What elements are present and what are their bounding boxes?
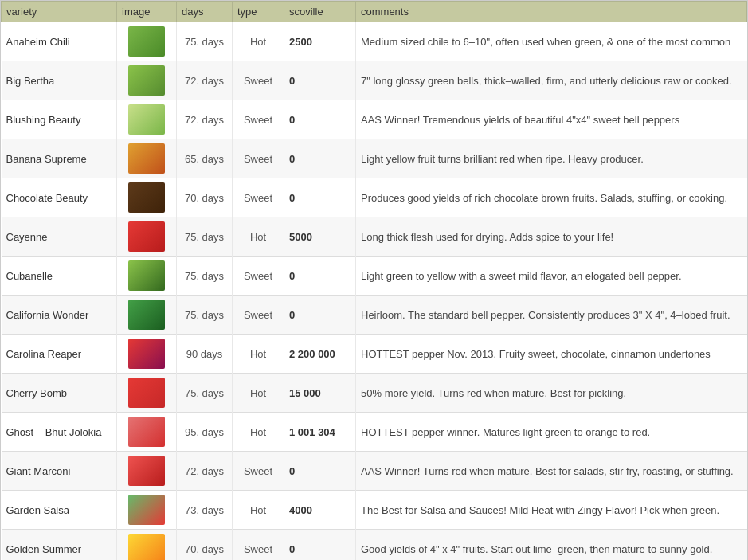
cell-image [117, 257, 177, 296]
cell-days: 75. days [177, 217, 233, 257]
cell-days: 70. days [177, 178, 233, 217]
cell-scoville: 0 [284, 100, 356, 139]
main-container: variety image days type scoville comment… [0, 0, 748, 560]
pepper-image [128, 378, 165, 408]
cell-scoville: 5000 [284, 217, 356, 257]
table-row[interactable]: Banana Supreme65. daysSweet0Light yellow… [2, 139, 747, 178]
cell-days: 72. days [177, 452, 233, 491]
cell-type: Hot [233, 491, 284, 530]
cell-comments: 50% more yield. Turns red when mature. B… [356, 374, 747, 413]
header-variety[interactable]: variety [2, 2, 117, 22]
cell-scoville: 2500 [284, 22, 356, 61]
cell-days: 75. days [177, 22, 233, 61]
pepper-image [128, 534, 165, 560]
cell-variety: California Wonder [2, 296, 117, 335]
cell-variety: Big Bertha [2, 61, 117, 100]
cell-variety: Cayenne [2, 217, 117, 257]
cell-variety: Ghost – Bhut Jolokia [2, 413, 117, 452]
pepper-image [128, 456, 165, 486]
cell-type: Sweet [233, 257, 284, 296]
header-type[interactable]: type [233, 2, 284, 22]
pepper-image [128, 417, 165, 447]
cell-image [117, 139, 177, 178]
pepper-image [128, 221, 165, 252]
cell-type: Sweet [233, 452, 284, 491]
pepper-image [128, 104, 165, 135]
cell-scoville: 0 [284, 61, 356, 100]
cell-comments: Light green to yellow with a sweet mild … [356, 257, 747, 296]
cell-variety: Chocolate Beauty [2, 178, 117, 217]
cell-variety: Garden Salsa [2, 491, 117, 530]
cell-comments: HOTTEST pepper winner. Matures light gre… [356, 413, 747, 452]
pepper-image [128, 260, 165, 291]
cell-image [117, 530, 177, 561]
cell-scoville: 0 [284, 178, 356, 217]
table-row[interactable]: Golden Summer70. daysSweet0Good yields o… [2, 530, 747, 561]
cell-image [117, 217, 177, 257]
cell-scoville: 0 [284, 530, 356, 561]
cell-variety: Cubanelle [2, 257, 117, 296]
pepper-image [128, 339, 165, 369]
table-row[interactable]: Anaheim Chili75. daysHot2500Medium sized… [2, 22, 747, 61]
cell-comments: Heirloom. The standard bell pepper. Cons… [356, 296, 747, 335]
cell-days: 90 days [177, 335, 233, 374]
pepper-image [128, 300, 165, 330]
table-row[interactable]: Carolina Reaper90 daysHot2 200 000HOTTES… [2, 335, 747, 374]
table-row[interactable]: Ghost – Bhut Jolokia95. daysHot1 001 304… [2, 413, 747, 452]
cell-days: 72. days [177, 61, 233, 100]
cell-type: Hot [233, 413, 284, 452]
header-comments[interactable]: comments [356, 2, 747, 22]
cell-days: 70. days [177, 530, 233, 561]
table-row[interactable]: Chocolate Beauty70. daysSweet0Produces g… [2, 178, 747, 217]
cell-days: 65. days [177, 139, 233, 178]
header-image[interactable]: image [117, 2, 177, 22]
peppers-table: variety image days type scoville comment… [1, 1, 747, 560]
cell-days: 75. days [177, 257, 233, 296]
cell-variety: Banana Supreme [2, 139, 117, 178]
cell-image [117, 61, 177, 100]
pepper-image [128, 143, 165, 174]
cell-variety: Anaheim Chili [2, 22, 117, 61]
table-wrapper[interactable]: variety image days type scoville comment… [1, 1, 747, 560]
cell-comments: Light yellow fruit turns brilliant red w… [356, 139, 747, 178]
cell-comments: Long thick flesh used for drying. Adds s… [356, 217, 747, 257]
pepper-image [128, 182, 165, 213]
cell-comments: AAS Winner! Tremendous yields of beautif… [356, 100, 747, 139]
table-row[interactable]: Garden Salsa73. daysHot4000The Best for … [2, 491, 747, 530]
table-row[interactable]: Cherry Bomb75. daysHot15 00050% more yie… [2, 374, 747, 413]
pepper-image [128, 65, 165, 96]
cell-scoville: 0 [284, 257, 356, 296]
cell-type: Sweet [233, 100, 284, 139]
cell-variety: Blushing Beauty [2, 100, 117, 139]
table-row[interactable]: Big Bertha72. daysSweet07" long glossy g… [2, 61, 747, 100]
cell-days: 75. days [177, 296, 233, 335]
table-row[interactable]: Giant Marconi72. daysSweet0AAS Winner! T… [2, 452, 747, 491]
cell-variety: Giant Marconi [2, 452, 117, 491]
cell-comments: AAS Winner! Turns red when mature. Best … [356, 452, 747, 491]
cell-image [117, 22, 177, 61]
cell-comments: The Best for Salsa and Sauces! Mild Heat… [356, 491, 747, 530]
cell-image [117, 452, 177, 491]
pepper-image [128, 495, 165, 525]
cell-comments: 7" long glossy green bells, thick–walled… [356, 61, 747, 100]
cell-type: Sweet [233, 296, 284, 335]
cell-comments: Produces good yields of rich chocolate b… [356, 178, 747, 217]
header-scoville[interactable]: scoville [284, 2, 356, 22]
header-days[interactable]: days [177, 2, 233, 22]
cell-days: 95. days [177, 413, 233, 452]
cell-variety: Golden Summer [2, 530, 117, 561]
cell-scoville: 0 [284, 139, 356, 178]
cell-comments: Good yields of 4" x 4" fruits. Start out… [356, 530, 747, 561]
cell-type: Sweet [233, 530, 284, 561]
cell-type: Hot [233, 374, 284, 413]
cell-days: 75. days [177, 374, 233, 413]
table-row[interactable]: Cayenne75. daysHot5000Long thick flesh u… [2, 217, 747, 257]
cell-type: Sweet [233, 178, 284, 217]
table-row[interactable]: Blushing Beauty72. daysSweet0AAS Winner!… [2, 100, 747, 139]
cell-type: Hot [233, 22, 284, 61]
cell-scoville: 4000 [284, 491, 356, 530]
table-row[interactable]: California Wonder75. daysSweet0Heirloom.… [2, 296, 747, 335]
table-row[interactable]: Cubanelle75. daysSweet0Light green to ye… [2, 257, 747, 296]
cell-type: Hot [233, 217, 284, 257]
cell-type: Sweet [233, 139, 284, 178]
